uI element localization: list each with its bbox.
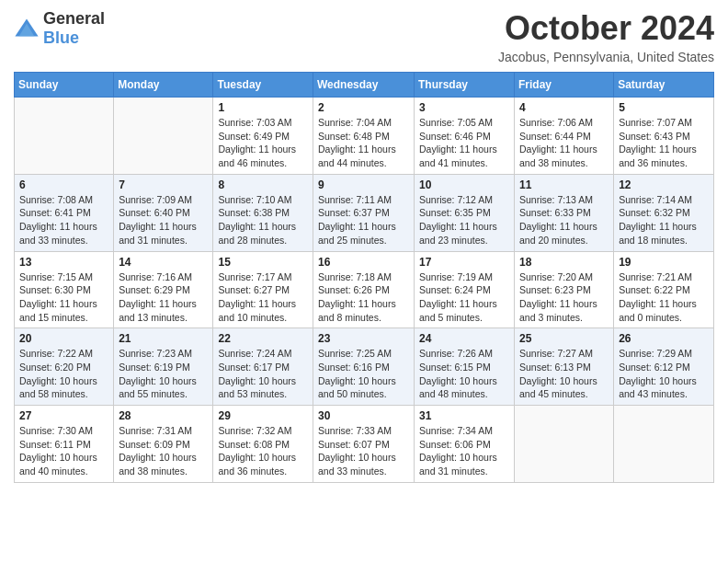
day-number: 16 — [318, 256, 409, 269]
day-info: Sunrise: 7:15 AMSunset: 6:30 PMDaylight:… — [19, 270, 108, 325]
calendar-cell: 18Sunrise: 7:20 AMSunset: 6:23 PMDayligh… — [515, 251, 614, 328]
calendar-week-row: 20Sunrise: 7:22 AMSunset: 6:20 PMDayligh… — [15, 328, 714, 406]
day-info: Sunrise: 7:17 AMSunset: 6:27 PMDaylight:… — [218, 270, 308, 325]
day-info: Sunrise: 7:29 AMSunset: 6:12 PMDaylight:… — [619, 347, 709, 401]
weekday-header-saturday: Saturday — [614, 73, 714, 98]
calendar-cell: 17Sunrise: 7:19 AMSunset: 6:24 PMDayligh… — [415, 251, 515, 328]
day-info: Sunrise: 7:32 AMSunset: 6:08 PMDaylight:… — [218, 424, 308, 478]
day-info: Sunrise: 7:21 AMSunset: 6:22 PMDaylight:… — [619, 270, 709, 325]
calendar-cell: 30Sunrise: 7:33 AMSunset: 6:07 PMDayligh… — [313, 406, 415, 483]
day-info: Sunrise: 7:16 AMSunset: 6:29 PMDaylight:… — [119, 270, 208, 325]
logo-general: General — [43, 9, 105, 28]
day-info: Sunrise: 7:33 AMSunset: 6:07 PMDaylight:… — [318, 424, 409, 478]
weekday-header-wednesday: Wednesday — [313, 73, 415, 98]
logo-blue: Blue — [43, 29, 79, 47]
day-number: 14 — [119, 256, 208, 269]
day-number: 23 — [318, 332, 409, 345]
day-number: 21 — [119, 332, 208, 345]
day-info: Sunrise: 7:13 AMSunset: 6:33 PMDaylight:… — [519, 193, 609, 247]
day-number: 17 — [419, 256, 509, 269]
logo-icon — [14, 16, 40, 41]
day-number: 2 — [318, 101, 409, 114]
day-info: Sunrise: 7:20 AMSunset: 6:23 PMDaylight:… — [519, 270, 609, 325]
page-header: General Blue October 2024 Jacobus, Penns… — [14, 9, 714, 64]
calendar-cell: 25Sunrise: 7:27 AMSunset: 6:13 PMDayligh… — [515, 328, 614, 406]
day-info: Sunrise: 7:14 AMSunset: 6:32 PMDaylight:… — [619, 193, 709, 247]
day-number: 10 — [419, 178, 509, 191]
calendar-cell: 8Sunrise: 7:10 AMSunset: 6:38 PMDaylight… — [213, 174, 313, 251]
day-info: Sunrise: 7:22 AMSunset: 6:20 PMDaylight:… — [19, 347, 108, 401]
calendar-cell: 28Sunrise: 7:31 AMSunset: 6:09 PMDayligh… — [114, 406, 213, 483]
calendar-cell: 1Sunrise: 7:03 AMSunset: 6:49 PMDaylight… — [213, 98, 313, 175]
calendar-cell: 23Sunrise: 7:25 AMSunset: 6:16 PMDayligh… — [313, 328, 415, 406]
day-number: 26 — [619, 332, 709, 345]
calendar-cell: 24Sunrise: 7:26 AMSunset: 6:15 PMDayligh… — [415, 328, 515, 406]
location: Jacobus, Pennsylvania, United States — [498, 50, 714, 64]
weekday-header-monday: Monday — [114, 73, 213, 98]
calendar-cell — [614, 406, 714, 483]
day-info: Sunrise: 7:24 AMSunset: 6:17 PMDaylight:… — [218, 347, 308, 401]
calendar-cell: 4Sunrise: 7:06 AMSunset: 6:44 PMDaylight… — [515, 98, 614, 175]
day-number: 27 — [19, 409, 108, 422]
day-number: 9 — [318, 178, 409, 191]
weekday-header-friday: Friday — [515, 73, 614, 98]
day-info: Sunrise: 7:08 AMSunset: 6:41 PMDaylight:… — [19, 193, 108, 247]
day-info: Sunrise: 7:09 AMSunset: 6:40 PMDaylight:… — [119, 193, 208, 247]
calendar-cell: 13Sunrise: 7:15 AMSunset: 6:30 PMDayligh… — [15, 251, 114, 328]
day-number: 29 — [218, 409, 308, 422]
day-number: 22 — [218, 332, 308, 345]
calendar-cell: 20Sunrise: 7:22 AMSunset: 6:20 PMDayligh… — [15, 328, 114, 406]
day-number: 1 — [218, 101, 308, 114]
calendar-table: SundayMondayTuesdayWednesdayThursdayFrid… — [14, 72, 714, 483]
day-number: 24 — [419, 332, 509, 345]
calendar-week-row: 6Sunrise: 7:08 AMSunset: 6:41 PMDaylight… — [15, 174, 714, 251]
calendar-week-row: 27Sunrise: 7:30 AMSunset: 6:11 PMDayligh… — [15, 406, 714, 483]
calendar-cell: 27Sunrise: 7:30 AMSunset: 6:11 PMDayligh… — [15, 406, 114, 483]
day-number: 20 — [19, 332, 108, 345]
calendar-cell: 21Sunrise: 7:23 AMSunset: 6:19 PMDayligh… — [114, 328, 213, 406]
calendar-week-row: 13Sunrise: 7:15 AMSunset: 6:30 PMDayligh… — [15, 251, 714, 328]
calendar-cell: 22Sunrise: 7:24 AMSunset: 6:17 PMDayligh… — [213, 328, 313, 406]
calendar-cell: 7Sunrise: 7:09 AMSunset: 6:40 PMDaylight… — [114, 174, 213, 251]
weekday-header-row: SundayMondayTuesdayWednesdayThursdayFrid… — [15, 73, 714, 98]
day-number: 5 — [619, 101, 709, 114]
day-info: Sunrise: 7:03 AMSunset: 6:49 PMDaylight:… — [218, 116, 308, 170]
day-number: 8 — [218, 178, 308, 191]
month-title: October 2024 — [498, 9, 714, 48]
logo: General Blue — [14, 9, 105, 48]
day-info: Sunrise: 7:27 AMSunset: 6:13 PMDaylight:… — [519, 347, 609, 401]
day-number: 30 — [318, 409, 409, 422]
calendar-cell: 12Sunrise: 7:14 AMSunset: 6:32 PMDayligh… — [614, 174, 714, 251]
day-info: Sunrise: 7:06 AMSunset: 6:44 PMDaylight:… — [519, 116, 609, 170]
day-info: Sunrise: 7:07 AMSunset: 6:43 PMDaylight:… — [619, 116, 709, 170]
day-info: Sunrise: 7:31 AMSunset: 6:09 PMDaylight:… — [119, 424, 208, 478]
day-info: Sunrise: 7:05 AMSunset: 6:46 PMDaylight:… — [419, 116, 509, 170]
calendar-cell: 29Sunrise: 7:32 AMSunset: 6:08 PMDayligh… — [213, 406, 313, 483]
calendar-cell: 14Sunrise: 7:16 AMSunset: 6:29 PMDayligh… — [114, 251, 213, 328]
day-info: Sunrise: 7:18 AMSunset: 6:26 PMDaylight:… — [318, 270, 409, 325]
day-info: Sunrise: 7:12 AMSunset: 6:35 PMDaylight:… — [419, 193, 509, 247]
day-info: Sunrise: 7:04 AMSunset: 6:48 PMDaylight:… — [318, 116, 409, 170]
calendar-cell: 6Sunrise: 7:08 AMSunset: 6:41 PMDaylight… — [15, 174, 114, 251]
day-number: 31 — [419, 409, 509, 422]
day-number: 4 — [519, 101, 609, 114]
day-number: 28 — [119, 409, 208, 422]
calendar-cell — [114, 98, 213, 175]
day-info: Sunrise: 7:34 AMSunset: 6:06 PMDaylight:… — [419, 424, 509, 478]
day-info: Sunrise: 7:10 AMSunset: 6:38 PMDaylight:… — [218, 193, 308, 247]
day-number: 11 — [519, 178, 609, 191]
day-info: Sunrise: 7:25 AMSunset: 6:16 PMDaylight:… — [318, 347, 409, 401]
calendar-cell: 3Sunrise: 7:05 AMSunset: 6:46 PMDaylight… — [415, 98, 515, 175]
day-number: 15 — [218, 256, 308, 269]
calendar-cell: 16Sunrise: 7:18 AMSunset: 6:26 PMDayligh… — [313, 251, 415, 328]
day-info: Sunrise: 7:23 AMSunset: 6:19 PMDaylight:… — [119, 347, 208, 401]
day-number: 6 — [19, 178, 108, 191]
calendar-cell: 15Sunrise: 7:17 AMSunset: 6:27 PMDayligh… — [213, 251, 313, 328]
calendar-cell: 10Sunrise: 7:12 AMSunset: 6:35 PMDayligh… — [415, 174, 515, 251]
day-number: 25 — [519, 332, 609, 345]
day-number: 13 — [19, 256, 108, 269]
calendar-cell: 9Sunrise: 7:11 AMSunset: 6:37 PMDaylight… — [313, 174, 415, 251]
day-number: 7 — [119, 178, 208, 191]
day-number: 19 — [619, 256, 709, 269]
calendar-week-row: 1Sunrise: 7:03 AMSunset: 6:49 PMDaylight… — [15, 98, 714, 175]
